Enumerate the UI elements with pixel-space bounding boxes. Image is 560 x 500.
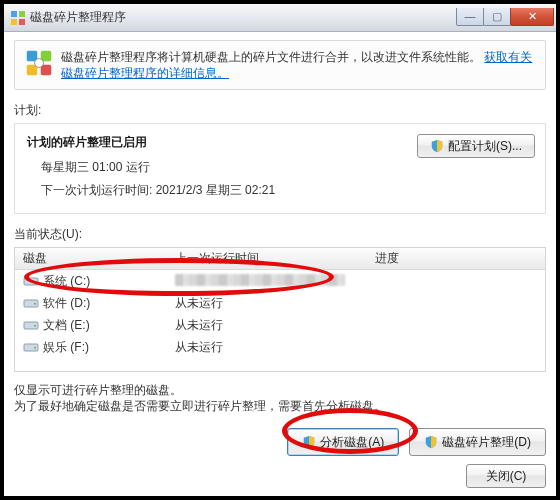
defrag-large-icon — [25, 49, 53, 77]
schedule-frequency: 每星期三 01:00 运行 — [41, 159, 533, 176]
drive-name-cell: 软件 (D:) — [15, 295, 175, 312]
redacted-value — [175, 274, 345, 286]
drive-last-run-cell: 从未运行 — [175, 295, 375, 312]
close-button-row: 关闭(C) — [14, 464, 546, 488]
svg-rect-0 — [11, 11, 17, 17]
drive-list: 磁盘 上一次运行时间 进度 系统 (C:)软件 (D:)从未运行文档 (E:)从… — [14, 247, 546, 372]
svg-rect-3 — [19, 19, 25, 25]
close-window-button[interactable]: ✕ — [510, 8, 554, 26]
col-header-progress[interactable]: 进度 — [375, 250, 545, 267]
drive-list-header: 磁盘 上一次运行时间 进度 — [15, 248, 545, 270]
schedule-box: 计划的碎片整理已启用 每星期三 01:00 运行 下一次计划运行时间: 2021… — [14, 123, 546, 214]
info-panel: 磁盘碎片整理程序将计算机硬盘上的碎片文件进行合并，以改进文件系统性能。 获取有关… — [14, 40, 546, 90]
close-dialog-button[interactable]: 关闭(C) — [466, 464, 546, 488]
drive-last-run-cell — [175, 274, 375, 289]
drive-last-run-cell: 从未运行 — [175, 317, 375, 334]
svg-point-8 — [35, 59, 44, 68]
drive-name-cell: 娱乐 (F:) — [15, 339, 175, 356]
window-title: 磁盘碎片整理程序 — [30, 9, 457, 26]
svg-rect-10 — [34, 281, 36, 283]
svg-rect-14 — [34, 325, 36, 327]
svg-rect-1 — [19, 11, 25, 17]
action-button-row: 分析磁盘(A) 磁盘碎片整理(D) — [14, 428, 546, 456]
drive-icon — [23, 296, 39, 310]
info-description: 磁盘碎片整理程序将计算机硬盘上的碎片文件进行合并，以改进文件系统性能。 — [61, 50, 481, 64]
drive-name-label: 软件 (D:) — [43, 295, 90, 312]
shield-icon — [424, 435, 438, 449]
shield-icon — [430, 139, 444, 153]
defragment-disk-button[interactable]: 磁盘碎片整理(D) — [409, 428, 546, 456]
footer-note: 仅显示可进行碎片整理的磁盘。 为了最好地确定磁盘是否需要立即进行碎片整理，需要首… — [14, 382, 546, 414]
drive-last-run-cell: 从未运行 — [175, 339, 375, 356]
drive-name-label: 系统 (C:) — [43, 273, 90, 290]
info-text: 磁盘碎片整理程序将计算机硬盘上的碎片文件进行合并，以改进文件系统性能。 获取有关… — [61, 49, 535, 81]
status-section-label: 当前状态(U): — [14, 226, 546, 243]
drive-icon — [23, 340, 39, 354]
svg-rect-12 — [34, 303, 36, 305]
drive-name-cell: 文档 (E:) — [15, 317, 175, 334]
drive-icon — [23, 274, 39, 288]
titlebar: 磁盘碎片整理程序 — ▢ ✕ — [4, 4, 556, 32]
drive-row[interactable]: 软件 (D:)从未运行 — [15, 292, 545, 314]
drive-name-label: 文档 (E:) — [43, 317, 90, 334]
footer-line2: 为了最好地确定磁盘是否需要立即进行碎片整理，需要首先分析磁盘。 — [14, 398, 546, 414]
svg-rect-16 — [34, 347, 36, 349]
svg-rect-2 — [11, 19, 17, 25]
window-controls: — ▢ ✕ — [457, 8, 554, 28]
drive-icon — [23, 318, 39, 332]
drive-row[interactable]: 娱乐 (F:)从未运行 — [15, 336, 545, 358]
col-header-last[interactable]: 上一次运行时间 — [175, 250, 375, 267]
drive-row[interactable]: 文档 (E:)从未运行 — [15, 314, 545, 336]
drive-name-cell: 系统 (C:) — [15, 273, 175, 290]
shield-icon — [302, 435, 316, 449]
client-area: 磁盘碎片整理程序将计算机硬盘上的碎片文件进行合并，以改进文件系统性能。 获取有关… — [4, 32, 556, 496]
schedule-next-run: 下一次计划运行时间: 2021/2/3 星期三 02:21 — [41, 182, 533, 199]
minimize-button[interactable]: — — [456, 8, 484, 26]
configure-schedule-button[interactable]: 配置计划(S)... — [417, 134, 535, 158]
col-header-disk[interactable]: 磁盘 — [15, 250, 175, 267]
drive-name-label: 娱乐 (F:) — [43, 339, 89, 356]
drive-row[interactable]: 系统 (C:) — [15, 270, 545, 292]
defrag-app-icon — [10, 10, 26, 26]
schedule-section-label: 计划: — [14, 102, 546, 119]
footer-line1: 仅显示可进行碎片整理的磁盘。 — [14, 382, 546, 398]
drive-list-body: 系统 (C:)软件 (D:)从未运行文档 (E:)从未运行娱乐 (F:)从未运行 — [15, 270, 545, 371]
analyze-disk-button[interactable]: 分析磁盘(A) — [287, 428, 399, 456]
maximize-button[interactable]: ▢ — [483, 8, 511, 26]
